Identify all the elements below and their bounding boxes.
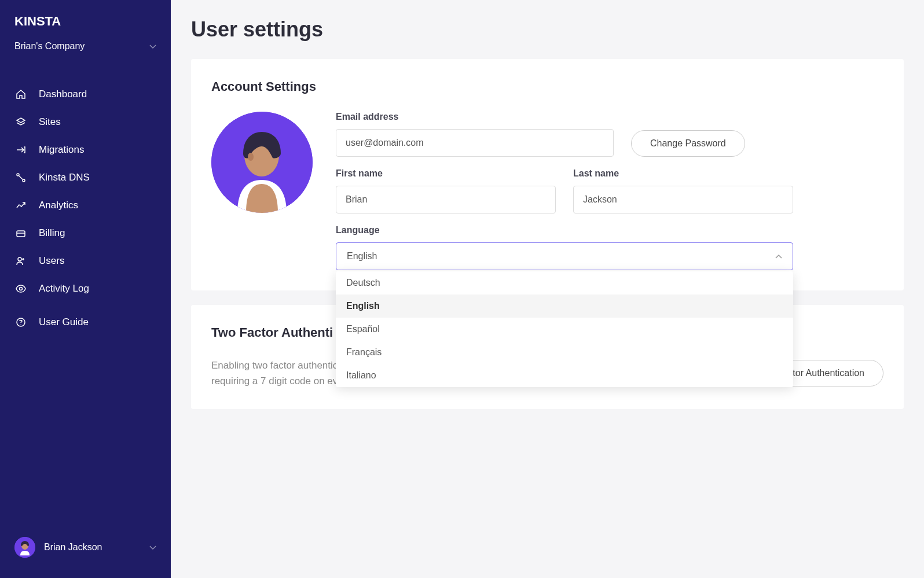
language-option-deutsch[interactable]: Deutsch <box>336 271 793 294</box>
svg-point-10 <box>248 153 254 161</box>
sidebar-item-activity-log[interactable]: Activity Log <box>0 275 171 303</box>
last-name-input[interactable] <box>573 186 793 213</box>
layers-icon <box>14 116 27 128</box>
language-option-english[interactable]: English <box>336 294 793 318</box>
account-settings-card: Account Settings Email address <box>191 59 904 290</box>
chart-icon <box>14 199 27 212</box>
sidebar-item-label: Users <box>39 255 64 267</box>
kinsta-logo-icon: KINSTA <box>14 14 78 28</box>
svg-point-6 <box>20 288 23 290</box>
chevron-down-icon <box>149 542 156 553</box>
sidebar-item-label: Dashboard <box>39 89 87 100</box>
account-settings-heading: Account Settings <box>211 79 883 94</box>
first-name-label: First name <box>336 168 556 179</box>
company-selector[interactable]: Brian's Company <box>0 41 171 69</box>
language-selected-value: English <box>347 251 377 262</box>
sidebar-item-migrations[interactable]: Migrations <box>0 136 171 164</box>
sidebar-item-dashboard[interactable]: Dashboard <box>0 80 171 108</box>
main-content: User settings Account Settings Email <box>171 0 924 578</box>
dns-icon <box>14 171 27 184</box>
sidebar-item-analytics[interactable]: Analytics <box>0 192 171 219</box>
avatar-large[interactable] <box>211 112 313 213</box>
sidebar-item-label: Migrations <box>39 144 84 156</box>
nav-items: Dashboard Sites Migrations Kinsta DNS An… <box>0 69 171 528</box>
sidebar-item-label: Billing <box>39 227 65 239</box>
svg-point-2 <box>23 179 25 182</box>
svg-text:KINSTA: KINSTA <box>14 14 61 28</box>
help-icon <box>14 316 27 329</box>
sidebar-item-dns[interactable]: Kinsta DNS <box>0 164 171 192</box>
user-footer[interactable]: Brian Jackson <box>0 528 171 566</box>
page-title: User settings <box>191 17 904 42</box>
email-label: Email address <box>336 112 614 122</box>
footer-user-name: Brian Jackson <box>44 542 149 553</box>
company-name: Brian's Company <box>14 41 85 51</box>
language-option-espanol[interactable]: Español <box>336 318 793 341</box>
avatar-small <box>14 537 35 558</box>
language-label: Language <box>336 225 793 235</box>
language-dropdown: Deutsch English Español Français Italian… <box>336 271 793 387</box>
sidebar: KINSTA Brian's Company Dashboard Sites M… <box>0 0 171 578</box>
eye-icon <box>14 282 27 295</box>
sidebar-item-label: Activity Log <box>39 283 89 294</box>
language-option-francais[interactable]: Français <box>336 341 793 364</box>
first-name-input[interactable] <box>336 186 556 213</box>
change-password-button[interactable]: Change Password <box>631 130 745 157</box>
logo: KINSTA <box>0 12 171 41</box>
sidebar-item-label: User Guide <box>39 316 89 328</box>
sidebar-item-users[interactable]: Users <box>0 247 171 275</box>
sidebar-item-label: Kinsta DNS <box>39 172 90 183</box>
sidebar-item-user-guide[interactable]: User Guide <box>0 308 171 336</box>
svg-point-5 <box>18 257 21 261</box>
home-icon <box>14 88 27 101</box>
language-select[interactable]: English <box>336 242 793 270</box>
arrow-icon <box>14 143 27 156</box>
sidebar-item-label: Analytics <box>39 200 78 211</box>
chevron-down-icon <box>149 41 156 51</box>
language-option-italiano[interactable]: Italiano <box>336 364 793 387</box>
svg-rect-3 <box>17 231 25 237</box>
sidebar-item-billing[interactable]: Billing <box>0 219 171 247</box>
users-icon <box>14 255 27 267</box>
email-input[interactable] <box>336 129 614 157</box>
sidebar-item-label: Sites <box>39 116 61 128</box>
svg-point-1 <box>17 174 19 176</box>
sidebar-item-sites[interactable]: Sites <box>0 108 171 136</box>
last-name-label: Last name <box>573 168 793 179</box>
billing-icon <box>14 227 27 240</box>
chevron-up-icon <box>775 251 782 262</box>
